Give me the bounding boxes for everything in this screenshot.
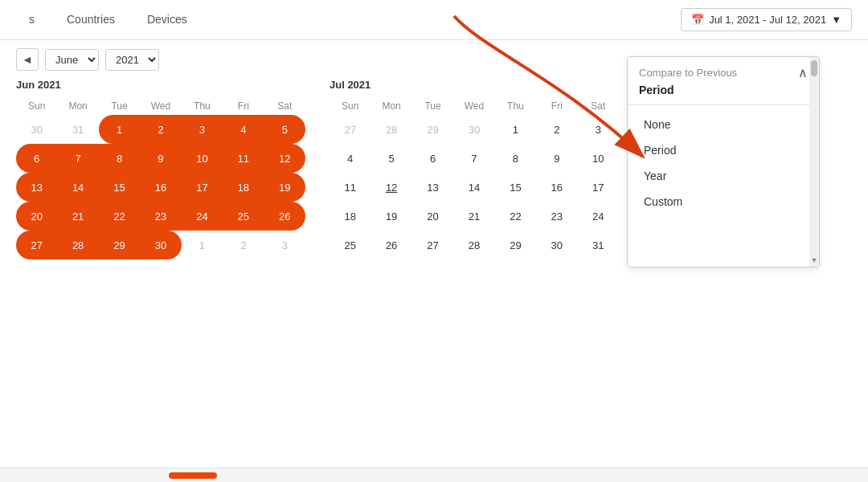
calendar-day[interactable]: 15 [495, 173, 536, 202]
prev-month-button[interactable]: ◄ [16, 48, 39, 71]
calendar-day[interactable]: 29 [412, 115, 453, 144]
tab-s[interactable]: s [16, 2, 47, 39]
tab-countries[interactable]: Countries [54, 2, 128, 39]
calendar-day[interactable]: 30 [453, 115, 494, 144]
calendar-day[interactable]: 20 [412, 202, 453, 231]
nav-tabs: s Countries Devices 📅 Jul 1, 2021 - Jul … [0, 0, 868, 40]
right-cal-title: Jul 2021 [330, 79, 619, 91]
calendar-day[interactable]: 14 [453, 173, 494, 202]
calendar-day[interactable]: 22 [495, 202, 536, 231]
calendar-day[interactable]: 16 [536, 173, 577, 202]
calendar-day[interactable]: 27 [330, 115, 371, 144]
calendar-day[interactable]: 8 [495, 144, 536, 173]
calendar-day[interactable]: 27 [412, 231, 453, 259]
date-range-button[interactable]: 📅 Jul 1, 2021 - Jul 12, 2021 ▼ [681, 8, 852, 31]
calendar-day[interactable]: 3 [578, 115, 619, 144]
calendar-day[interactable]: 15 [99, 173, 140, 202]
calendar-day[interactable]: 1 [182, 231, 223, 259]
calendar-day[interactable]: 23 [536, 202, 577, 231]
calendar-day[interactable]: 9 [536, 144, 577, 173]
bottom-bar [0, 468, 868, 482]
calendar-day[interactable]: 2 [140, 115, 181, 144]
calendar-day[interactable]: 6 [412, 144, 453, 173]
calendar-day[interactable]: 4 [330, 144, 371, 173]
calendar-day[interactable]: 11 [223, 144, 264, 173]
calendar-day[interactable]: 4 [223, 115, 264, 144]
calendar-day[interactable]: 8 [99, 144, 140, 173]
calendar-day[interactable]: 18 [330, 202, 371, 231]
calendar-day[interactable]: 25 [223, 202, 264, 231]
calendar-day[interactable]: 24 [182, 202, 223, 231]
horizontal-scrollbar-thumb[interactable] [169, 472, 217, 479]
calendar-day[interactable]: 16 [140, 173, 181, 202]
calendar-day[interactable]: 3 [264, 231, 305, 259]
calendar-day[interactable]: 12 [264, 144, 305, 173]
calendar-day[interactable]: 31 [57, 115, 98, 144]
calendar-day[interactable]: 7 [453, 144, 494, 173]
calendar-day[interactable]: 13 [412, 173, 453, 202]
col-wed: Wed [140, 97, 181, 115]
chevron-up-icon[interactable]: ∧ [798, 65, 808, 80]
left-cal-title: Jun 2021 [16, 79, 305, 91]
compare-option-custom[interactable]: Custom [628, 189, 819, 214]
year-select[interactable]: 2021 2022 [105, 49, 159, 71]
calendar-day[interactable]: 24 [578, 202, 619, 231]
calendar-day[interactable]: 19 [371, 202, 411, 231]
calendar-day[interactable]: 25 [330, 231, 371, 259]
calendar-day[interactable]: 29 [99, 231, 140, 259]
left-calendar: Jun 2021 Sun Mon Tue Wed Thu Fri Sat [16, 79, 305, 259]
calendar-day[interactable]: 12 [371, 173, 411, 202]
calendar-day[interactable]: 11 [330, 173, 371, 202]
calendar-day[interactable]: 26 [371, 231, 411, 259]
calendar-day[interactable]: 10 [182, 144, 223, 173]
calendar-day[interactable]: 22 [99, 202, 140, 231]
calendar-day[interactable]: 30 [536, 231, 577, 259]
compare-option-year[interactable]: Year [628, 163, 819, 189]
compare-period-label: Period [628, 80, 819, 105]
tab-devices[interactable]: Devices [134, 2, 200, 39]
calendar-day[interactable]: 5 [264, 115, 305, 144]
scrollbar-down-arrow[interactable]: ▼ [809, 254, 819, 267]
calendar-day[interactable]: 17 [578, 173, 619, 202]
col-mon: Mon [371, 97, 411, 115]
calendar-day[interactable]: 2 [536, 115, 577, 144]
calendar-day[interactable]: 28 [57, 231, 98, 259]
calendar-day[interactable]: 26 [264, 202, 305, 231]
compare-header: Compare to Previous ∧ [628, 57, 819, 80]
calendar-day[interactable]: 7 [57, 144, 98, 173]
calendar-day[interactable]: 28 [453, 231, 494, 259]
calendar-day[interactable]: 27 [16, 231, 57, 259]
calendar-day[interactable]: 1 [495, 115, 536, 144]
calendar-day[interactable]: 23 [140, 202, 181, 231]
calendar-day[interactable]: 31 [578, 231, 619, 259]
calendar-day[interactable]: 10 [578, 144, 619, 173]
calendar-day[interactable]: 17 [182, 173, 223, 202]
compare-option-period[interactable]: Period [628, 137, 819, 163]
left-cal-grid: Sun Mon Tue Wed Thu Fri Sat 303112345678… [16, 97, 305, 259]
calendar-day[interactable]: 13 [16, 173, 57, 202]
compare-option-none[interactable]: None [628, 112, 819, 137]
calendar-day[interactable]: 1 [99, 115, 140, 144]
calendar-day[interactable]: 9 [140, 144, 181, 173]
calendar-day[interactable]: 3 [182, 115, 223, 144]
month-select[interactable]: June July [45, 49, 99, 71]
calendar-day[interactable]: 2 [223, 231, 264, 259]
calendar-day[interactable]: 5 [371, 144, 411, 173]
calendar-day[interactable]: 19 [264, 173, 305, 202]
calendar-container: ◄ June July 2021 2022 Jun 2021 Sun Mon [16, 48, 643, 259]
calendar-day[interactable]: 29 [495, 231, 536, 259]
col-sun: Sun [16, 97, 57, 115]
calendar-day[interactable]: 21 [453, 202, 494, 231]
calendar-day[interactable]: 14 [57, 173, 98, 202]
calendar-day[interactable]: 30 [16, 115, 57, 144]
calendar-day[interactable]: 20 [16, 202, 57, 231]
calendar-day[interactable]: 18 [223, 173, 264, 202]
calendar-day[interactable]: 28 [371, 115, 411, 144]
calendar-day[interactable]: 30 [140, 231, 181, 259]
compare-panel: Compare to Previous ∧ Period None Period… [627, 56, 820, 268]
calendar-day[interactable]: 6 [16, 144, 57, 173]
panel-scrollbar[interactable] [809, 57, 819, 267]
calendar-day[interactable]: 21 [57, 202, 98, 231]
right-cal-grid: Sun Mon Tue Wed Thu Fri Sat 272829301234… [330, 97, 619, 259]
right-calendar: Jul 2021 Sun Mon Tue Wed Thu Fri Sat [330, 79, 619, 259]
